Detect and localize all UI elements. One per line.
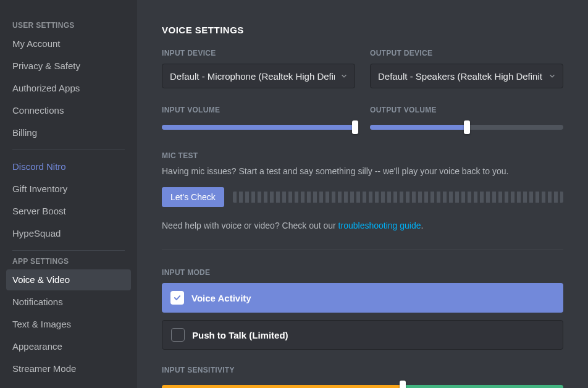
output-device-value: Default - Speakers (Realtek High Definit… [378, 71, 543, 82]
sidebar-item-discord-nitro[interactable]: Discord Nitro [6, 156, 131, 177]
settings-sidebar: USER SETTINGS My Account Privacy & Safet… [0, 0, 137, 388]
input-mode-push-to-talk[interactable]: Push to Talk (Limited) [162, 320, 563, 350]
sidebar-section-user-settings: USER SETTINGS [6, 21, 131, 33]
sidebar-item-server-boost[interactable]: Server Boost [6, 201, 131, 222]
mode-label: Push to Talk (Limited) [192, 330, 288, 340]
output-device-label: OUTPUT DEVICE [370, 49, 563, 57]
sidebar-section-app-settings: APP SETTINGS [6, 257, 131, 269]
lets-check-button[interactable]: Let's Check [162, 187, 224, 207]
slider-thumb[interactable] [400, 381, 406, 388]
section-divider [162, 249, 563, 250]
sidebar-item-billing[interactable]: Billing [6, 122, 131, 143]
sidebar-item-voice-video[interactable]: Voice & Video [6, 269, 131, 290]
input-device-select[interactable]: Default - Microphone (Realtek High Defin… [162, 64, 355, 88]
chevron-down-icon [340, 72, 348, 80]
slider-thumb[interactable] [352, 120, 358, 134]
output-volume-slider[interactable] [370, 120, 563, 134]
mic-test-label: MIC TEST [162, 151, 563, 160]
sidebar-item-my-account[interactable]: My Account [6, 33, 131, 54]
checkbox-unchecked-icon [171, 328, 185, 342]
slider-thumb[interactable] [464, 120, 470, 134]
sidebar-item-connections[interactable]: Connections [6, 100, 131, 121]
sidebar-item-hypesquad[interactable]: HypeSquad [6, 223, 131, 244]
mic-level-meter [233, 192, 563, 203]
sidebar-item-privacy-safety[interactable]: Privacy & Safety [6, 56, 131, 77]
input-volume-slider[interactable] [162, 120, 355, 134]
sidebar-item-streamer-mode[interactable]: Streamer Mode [6, 358, 131, 379]
page-title: VOICE SETTINGS [162, 25, 563, 35]
input-device-label: INPUT DEVICE [162, 49, 355, 57]
sidebar-item-appearance[interactable]: Appearance [6, 336, 131, 357]
input-volume-label: INPUT VOLUME [162, 106, 355, 114]
sidebar-divider [12, 250, 125, 251]
input-mode-voice-activity[interactable]: Voice Activity [162, 283, 563, 313]
chevron-down-icon [548, 72, 556, 80]
sidebar-item-text-images[interactable]: Text & Images [6, 314, 131, 335]
output-device-select[interactable]: Default - Speakers (Realtek High Definit… [370, 64, 563, 88]
mic-test-description: Having mic issues? Start a test and say … [162, 166, 563, 176]
input-sensitivity-label: INPUT SENSITIVITY [162, 366, 563, 374]
settings-content: VOICE SETTINGS INPUT DEVICE Default - Mi… [137, 0, 588, 388]
sidebar-item-language[interactable]: Language [6, 381, 131, 388]
checkbox-checked-icon [170, 291, 184, 305]
sidebar-item-gift-inventory[interactable]: Gift Inventory [6, 179, 131, 200]
input-device-value: Default - Microphone (Realtek High Defin… [170, 71, 335, 82]
input-mode-label: INPUT MODE [162, 268, 563, 277]
sidebar-item-notifications[interactable]: Notifications [6, 292, 131, 313]
input-sensitivity-slider[interactable] [162, 381, 563, 388]
mode-label: Voice Activity [191, 293, 251, 303]
sidebar-divider [12, 150, 125, 150]
help-text: Need help with voice or video? Check out… [162, 221, 563, 230]
sidebar-item-authorized-apps[interactable]: Authorized Apps [6, 78, 131, 99]
troubleshooting-link[interactable]: troubleshooting guide [338, 221, 421, 230]
output-volume-label: OUTPUT VOLUME [370, 106, 563, 114]
